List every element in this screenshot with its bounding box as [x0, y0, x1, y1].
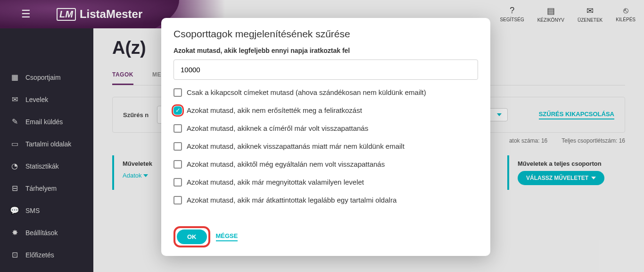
check-row-4: Azokat mutasd, akiktől még egyáltalán ne… — [173, 160, 478, 169]
modal-input-label: Azokat mutasd, akik legfeljebb ennyi nap… — [173, 46, 478, 56]
checkbox-5[interactable] — [173, 178, 182, 187]
checkbox-2[interactable] — [173, 124, 182, 133]
ok-highlight: OK — [173, 226, 210, 247]
checkbox-1[interactable]: ✓ — [173, 106, 182, 115]
checkbox-3[interactable] — [173, 142, 182, 151]
check-label: Azokat mutasd, akik nem erősítették meg … — [187, 106, 362, 114]
modal-title: Csoporttagok megjelenítésének szűrése — [161, 18, 490, 46]
ok-button[interactable]: OK — [177, 230, 207, 244]
check-row-2: Azokat mutasd, akiknek a címéről már vol… — [173, 124, 478, 133]
check-row-1: ✓Azokat mutasd, akik nem erősítették meg… — [173, 106, 478, 115]
days-input[interactable] — [173, 60, 478, 80]
check-label: Azokat mutasd, akik már átkattintottak l… — [187, 196, 396, 204]
filter-modal: Csoporttagok megjelenítésének szűrése Az… — [161, 18, 490, 256]
check-label: Azokat mutasd, akik már megnyitottak val… — [187, 178, 364, 186]
check-label: Azokat mutasd, akiktől még egyáltalán ne… — [187, 160, 385, 168]
modal-body: Azokat mutasd, akik legfeljebb ennyi nap… — [161, 46, 490, 220]
check-row-0: Csak a kikapcsolt címeket mutasd (ahova … — [173, 88, 478, 97]
check-row-3: Azokat mutasd, akiknek visszapattanás mi… — [173, 142, 478, 151]
check-label: Azokat mutasd, akiknek visszapattanás mi… — [187, 142, 405, 150]
check-label: Csak a kikapcsolt címeket mutasd (ahova … — [187, 88, 426, 96]
checkbox-6[interactable] — [173, 196, 182, 204]
check-label: Azokat mutasd, akiknek a címéről már vol… — [187, 124, 368, 132]
check-row-5: Azokat mutasd, akik már megnyitottak val… — [173, 178, 478, 187]
cancel-button[interactable]: MÉGSE — [216, 232, 238, 241]
checkbox-4[interactable] — [173, 160, 182, 169]
check-row-6: Azokat mutasd, akik már átkattintottak l… — [173, 196, 478, 204]
modal-footer: OK MÉGSE — [161, 220, 490, 256]
checkbox-0[interactable] — [173, 88, 182, 97]
